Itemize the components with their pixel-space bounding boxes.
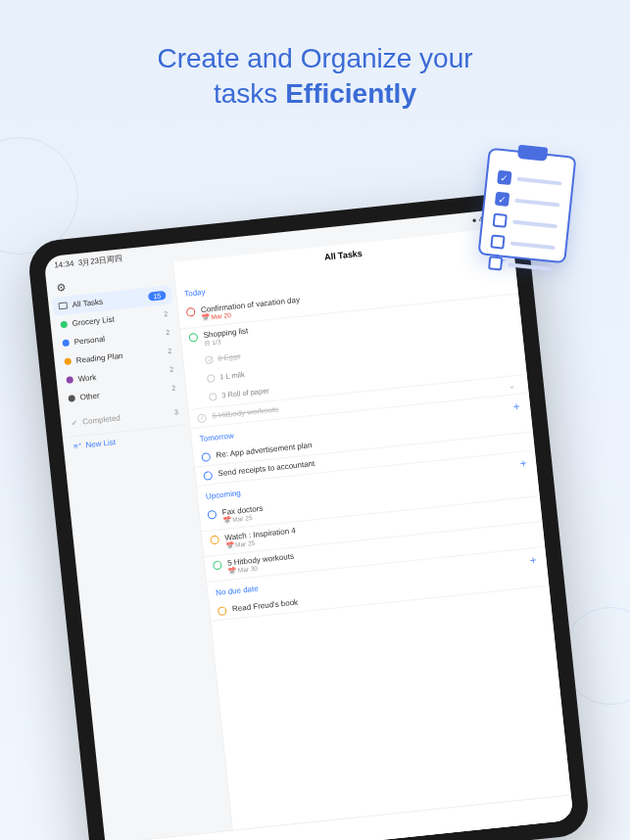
list-color-dot — [68, 395, 75, 402]
section-header-label: Today — [184, 288, 206, 299]
task-checkbox[interactable] — [207, 510, 217, 520]
subtask-checkbox[interactable] — [209, 393, 218, 401]
plus-list-icon: ≡⁺ — [73, 442, 82, 451]
decorative-circle — [0, 137, 78, 255]
subtask-title: 1 L milk — [219, 370, 245, 382]
task-checkbox[interactable] — [213, 560, 222, 570]
new-list-label: New List — [85, 438, 116, 449]
sidebar-item-count: 2 — [156, 310, 169, 318]
check-icon: ✔ — [71, 418, 78, 428]
task-checkbox[interactable] — [188, 333, 198, 343]
inbox-icon — [58, 302, 68, 309]
headline-line-1: Create and Organize your — [157, 43, 472, 73]
task-checkbox[interactable] — [218, 606, 227, 616]
headline-line-2-pre: tasks — [214, 78, 285, 109]
main-panel: All Tasks ⌕ ⋮ Today ＋ Confirmation of va… — [172, 227, 574, 840]
section-header-label: Upcoming — [205, 489, 241, 501]
subtask-checkbox[interactable] — [207, 374, 216, 383]
subtask-checkbox[interactable] — [205, 355, 214, 364]
add-task-upcoming[interactable]: ＋ — [516, 455, 529, 471]
sidebar-completed-count: 3 — [166, 408, 178, 416]
chevron-down-icon[interactable]: ⌄ — [508, 380, 516, 391]
add-task-input[interactable]: Task... — [172, 794, 574, 840]
sidebar-item-label: Other — [79, 385, 159, 401]
sidebar-item-count: 2 — [162, 365, 174, 373]
task-checkbox[interactable] — [197, 413, 207, 423]
clipboard-illustration: ✓ ✓ — [477, 148, 576, 264]
status-time: 14:34 — [54, 259, 74, 270]
tablet-screen: 14:34 3月23日周四 ● 43% ▮ ⚙ All Tasks 15 Gro… — [43, 209, 573, 840]
list-color-dot — [60, 321, 68, 329]
add-task-tomorrow[interactable]: ＋ — [510, 398, 523, 414]
list-color-dot — [64, 357, 72, 365]
list-color-dot — [62, 339, 70, 347]
task-checkbox[interactable] — [201, 452, 211, 462]
task-checkbox[interactable] — [210, 536, 219, 545]
list-color-dot — [66, 376, 73, 384]
subtask-title: 3 Roll of paper — [221, 386, 269, 399]
section-header-label: No due date — [216, 584, 259, 598]
tablet-device-frame: 14:34 3月23日周四 ● 43% ▮ ⚙ All Tasks 15 Gro… — [26, 191, 591, 840]
headline-line-2-bold: Efficiently — [285, 78, 416, 109]
section-header-label: Tomorrow — [199, 431, 234, 443]
sidebar-item-count: 2 — [158, 329, 170, 337]
main-title: All Tasks — [324, 249, 363, 262]
subtask-title: 8 Eggs — [218, 351, 241, 362]
status-date: 3月23日周四 — [77, 254, 122, 267]
sidebar-all-count: 15 — [148, 291, 167, 302]
sidebar-item-count: 2 — [164, 384, 176, 392]
sidebar-completed-label: Completed — [82, 409, 162, 426]
sidebar-item-count: 2 — [160, 348, 172, 355]
task-checkbox[interactable] — [203, 471, 213, 481]
add-task-nodue[interactable]: ＋ — [527, 552, 540, 568]
promo-headline: Create and Organize your tasks Efficient… — [0, 0, 630, 113]
task-checkbox[interactable] — [186, 307, 196, 317]
